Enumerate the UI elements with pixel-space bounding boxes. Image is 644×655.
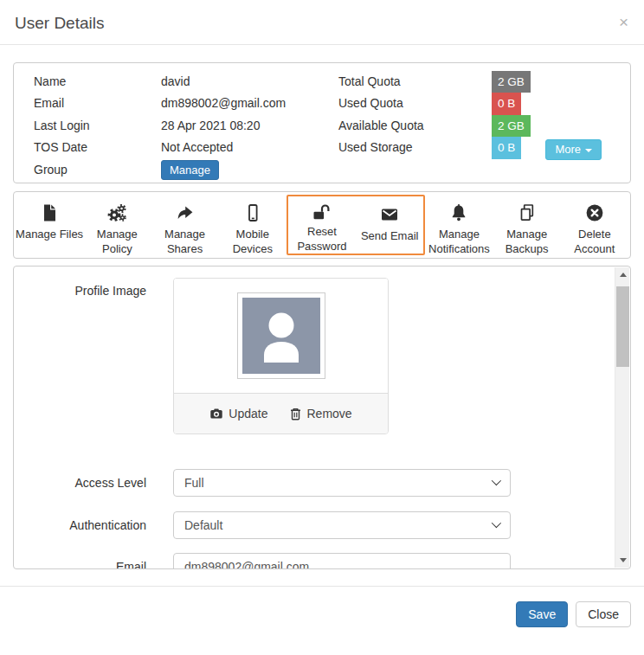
send-email-button[interactable]: Send Email <box>356 196 423 254</box>
info-row-used-quota: Used Quota 0 B <box>338 93 630 114</box>
trash-icon <box>289 407 302 421</box>
page-title: User Details <box>15 14 629 33</box>
close-icon[interactable]: × <box>615 10 632 34</box>
avatar-actions: Update Remove <box>174 393 388 433</box>
save-button[interactable]: Save <box>516 601 568 627</box>
email-field-label: Email <box>31 560 146 568</box>
remove-image-button[interactable]: Remove <box>289 407 352 421</box>
manage-notifications-button[interactable]: Manage Notifications <box>425 192 493 258</box>
user-info-right-column: Total Quota 2 GB Used Quota 0 B Availabl… <box>338 71 630 183</box>
access-level-label: Access Level <box>31 476 146 490</box>
total-quota-label: Total Quota <box>338 71 492 93</box>
modal-header: User Details × <box>0 0 644 45</box>
available-quota-label: Available Quota <box>338 115 492 137</box>
used-quota-label: Used Quota <box>338 93 492 114</box>
scroll-up-arrow-icon[interactable] <box>615 267 630 282</box>
access-level-select[interactable]: Full <box>173 469 511 497</box>
avatar-area <box>174 279 388 393</box>
delete-account-button[interactable]: Delete Account <box>561 192 628 258</box>
manage-policy-button[interactable]: Manage Policy <box>83 192 151 258</box>
used-quota-badge: 0 B <box>492 93 521 114</box>
info-row-last-login: Last Login 28 Apr 2021 08:20 <box>34 115 338 137</box>
gears-icon <box>106 200 128 226</box>
unlock-icon <box>311 202 332 223</box>
reset-password-button[interactable]: Reset Password <box>288 196 356 254</box>
profile-image-card: Update Remove <box>173 278 389 434</box>
user-details-modal: User Details × Name david Email dm898002… <box>0 0 644 655</box>
last-login-value: 28 Apr 2021 08:20 <box>161 115 260 137</box>
user-form-panel: Profile Image <box>13 266 631 569</box>
manage-shares-button[interactable]: Manage Shares <box>151 192 218 258</box>
vertical-scrollbar[interactable] <box>615 267 629 568</box>
actions-toolbar: Manage Files Manage Policy Manage Shares <box>13 191 631 259</box>
available-quota-badge: 2 GB <box>492 115 531 137</box>
info-row-available-quota: Available Quota 2 GB <box>338 115 630 137</box>
info-row-tos-date: TOS Date Not Accepted <box>34 137 338 158</box>
used-storage-label: Used Storage <box>338 137 492 158</box>
envelope-icon <box>379 202 400 228</box>
used-storage-badge: 0 B <box>492 137 521 158</box>
avatar-frame <box>237 292 325 379</box>
close-button[interactable]: Close <box>576 601 631 627</box>
manage-backups-button[interactable]: Manage Backups <box>493 192 561 258</box>
email-field[interactable] <box>173 553 511 568</box>
scrollbar-thumb[interactable] <box>616 286 629 367</box>
mobile-devices-button[interactable]: Mobile Devices <box>219 192 287 258</box>
copy-icon <box>517 200 538 226</box>
profile-image-label: Profile Image <box>31 278 146 434</box>
authentication-select[interactable]: Default <box>173 511 511 539</box>
chevron-down-icon <box>492 518 501 528</box>
update-image-button[interactable]: Update <box>209 407 267 421</box>
tos-date-value: Not Accepted <box>161 137 233 158</box>
modal-footer: Save Close <box>0 586 644 627</box>
camera-icon <box>209 407 223 421</box>
group-label: Group <box>34 159 161 181</box>
share-arrow-icon <box>175 200 196 226</box>
last-login-label: Last Login <box>34 115 161 137</box>
bell-icon <box>448 200 469 226</box>
highlighted-actions-group: Reset Password Send Email <box>287 195 425 255</box>
profile-image-row: Profile Image <box>31 278 615 434</box>
authentication-row: Authentication Default <box>31 511 615 539</box>
chevron-down-icon <box>492 476 501 485</box>
email-value: dm898002@gmail.com <box>161 93 286 114</box>
avatar-person-icon <box>242 298 320 374</box>
name-label: Name <box>34 71 161 93</box>
more-button[interactable]: More <box>545 139 602 160</box>
email-label: Email <box>34 93 161 114</box>
x-circle-icon <box>584 200 605 226</box>
manage-group-button[interactable]: Manage <box>161 160 219 180</box>
name-value: david <box>161 71 190 93</box>
info-row-name: Name david <box>34 71 338 93</box>
access-level-row: Access Level Full <box>31 469 615 497</box>
caret-down-icon <box>585 149 592 152</box>
info-row-group: Group Manage <box>34 159 338 181</box>
scroll-down-arrow-icon[interactable] <box>615 553 630 568</box>
mobile-icon <box>242 200 263 226</box>
email-field-row: Email <box>31 553 615 568</box>
info-row-email: Email dm898002@gmail.com <box>34 93 338 114</box>
tos-date-label: TOS Date <box>34 137 161 158</box>
info-row-total-quota: Total Quota 2 GB <box>338 71 630 93</box>
total-quota-badge: 2 GB <box>492 71 531 93</box>
user-form-content: Profile Image <box>14 266 615 568</box>
authentication-label: Authentication <box>31 518 146 532</box>
user-info-left-column: Name david Email dm898002@gmail.com Last… <box>34 71 338 183</box>
file-icon <box>39 200 60 226</box>
user-info-panel: Name david Email dm898002@gmail.com Last… <box>13 62 631 183</box>
modal-body: Name david Email dm898002@gmail.com Last… <box>0 45 644 569</box>
manage-files-button[interactable]: Manage Files <box>16 192 83 258</box>
